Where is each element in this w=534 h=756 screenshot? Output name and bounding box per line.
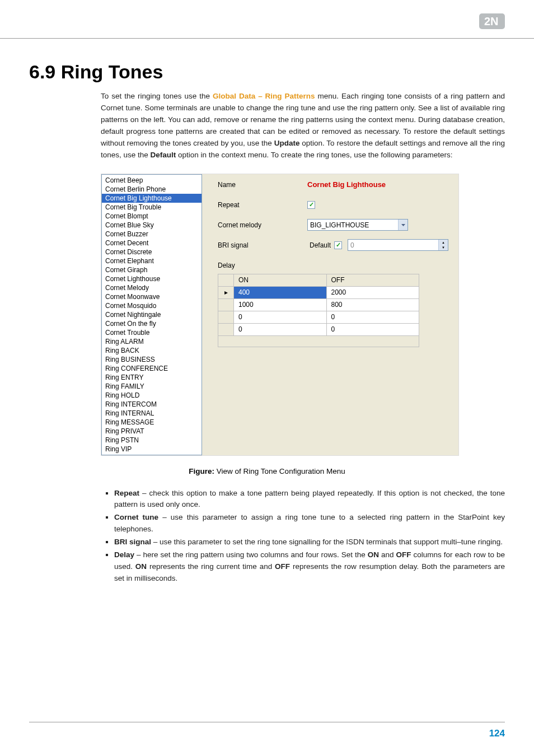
list-item[interactable]: Ring ENTRY [102,373,202,382]
intro-text-4: option in the context menu. To create th… [176,151,452,159]
cell-on[interactable]: 400 [234,286,327,298]
table-row[interactable]: ▸4002000 [218,286,419,298]
list-item[interactable]: Cornet Decent [102,239,202,248]
name-label: Name [218,181,307,189]
bri-signal-value: 0 [348,241,438,249]
list-item[interactable]: Ring INTERCOM [102,400,202,409]
list-item[interactable]: Cornet Berlin Phone [102,185,202,194]
cell-off[interactable]: 0 [326,311,419,323]
list-item[interactable]: Cornet Moonwave [102,292,202,301]
bullet-cornet-bold: Cornet tune [114,513,158,521]
intro-text-1: To set the ringing tones use the [101,92,213,100]
repeat-label: Repeat [218,201,307,209]
list-item[interactable]: Cornet Beep [102,176,202,185]
list-item[interactable]: Cornet Blue Sky [102,221,202,230]
repeat-checkbox[interactable]: ✓ [307,201,315,209]
bullet-repeat-dash: – [139,489,149,497]
list-item[interactable]: Ring BUSINESS [102,355,202,364]
caption-bold: Figure: [189,467,214,475]
cornet-melody-dropdown[interactable]: BIG_LIGHTHOUSE [307,219,408,231]
list-item[interactable]: Ring CONFERENCE [102,364,202,373]
cornet-melody-label: Cornet melody [218,221,307,229]
list-item[interactable]: Ring INTERNAL [102,409,202,418]
list-item[interactable]: Ring PSTN [102,436,202,445]
bullet-cornet-text: use this parameter to assign a ring tone… [114,513,505,533]
intro-highlight: Global Data – Ring Patterns [213,92,315,100]
list-item[interactable]: Cornet Mosquido [102,301,202,310]
delay-col-off: OFF [326,274,419,286]
cell-off[interactable]: 0 [326,323,419,335]
list-item[interactable]: Cornet Big Lighthouse [102,194,202,203]
list-item[interactable]: Cornet On the fly [102,319,202,328]
list-item[interactable]: Cornet Trouble [102,328,202,337]
list-item[interactable]: Ring BACK [102,346,202,355]
list-item[interactable]: Ring HOLD [102,391,202,400]
page-footer: 124 [29,722,505,739]
bullet-delay-t1: here set the ring pattern using two colu… [143,550,368,559]
delay-label: Delay [218,262,307,269]
bullet-delay-off1: OFF [396,550,411,559]
bullet-delay-on2: ON [135,562,147,571]
page-header: 2N [0,0,534,39]
cell-on[interactable]: 0 [234,311,327,323]
ring-pattern-form: Name Cornet Big Lighthouse Repeat ✓ Corn… [202,174,458,455]
bullet-cornet-dash: – [158,513,171,521]
bullet-delay-t2: and [379,550,396,559]
cell-off[interactable]: 800 [326,298,419,311]
list-item[interactable]: Cornet Lighthouse [102,274,202,283]
list-item[interactable]: Ring FAMILY [102,382,202,391]
bullet-delay-t4: represents the ring current time and [147,562,275,571]
row-indicator [218,298,234,311]
bullet-repeat: Repeat – check this option to make a ton… [114,488,505,511]
bri-default-checkbox[interactable]: ✓ [334,241,342,249]
list-item[interactable]: Cornet Buzzer [102,230,202,239]
table-row[interactable]: 00 [218,311,419,323]
list-item[interactable]: Cornet Blompt [102,212,202,221]
ring-pattern-list[interactable]: Cornet BeepCornet Berlin PhoneCornet Big… [101,174,202,455]
cell-on[interactable]: 1000 [234,298,327,311]
bullet-delay-bold: Delay [114,550,134,559]
list-item[interactable]: Cornet Big Trouble [102,203,202,212]
cornet-melody-value: BIG_LIGHTHOUSE [308,221,398,229]
delay-col-on: ON [234,274,327,286]
caption-text: View of Ring Tone Configuration Menu [214,467,345,475]
row-indicator [218,311,234,323]
list-item[interactable]: Cornet Giraph [102,265,202,274]
parameter-list: Repeat – check this option to make a ton… [101,488,505,585]
list-item[interactable]: Ring ALARM [102,337,202,346]
delay-table[interactable]: ON OFF ▸400200010008000000 [218,274,419,347]
bullet-delay-dash: – [134,550,143,559]
bullet-repeat-bold: Repeat [114,489,139,497]
table-row[interactable]: 00 [218,323,419,335]
figure-caption: Figure: View of Ring Tone Configuration … [29,467,505,475]
name-value: Cornet Big Lighthouse [307,180,386,189]
bullet-cornet-tune: Cornet tune – use this parameter to assi… [114,512,505,535]
delay-table-corner [218,274,234,286]
list-item[interactable]: Cornet Nightingale [102,310,202,319]
intro-paragraph: To set the ringing tones use the Global … [101,91,505,161]
list-item[interactable]: Cornet Melody [102,283,202,292]
table-row[interactable]: 1000800 [218,298,419,311]
row-indicator [218,323,234,335]
intro-bold-update: Update [274,139,300,147]
config-screenshot: Cornet BeepCornet Berlin PhoneCornet Big… [101,174,459,456]
list-item[interactable]: Ring MESSAGE [102,418,202,427]
list-item[interactable]: Ring PRIVAT [102,427,202,436]
list-item[interactable]: Cornet Discrete [102,248,202,256]
spinner-down-icon[interactable]: ▼ [438,245,448,251]
table-footer [218,335,419,347]
brand-logo: 2N [479,13,505,31]
svg-marker-2 [401,224,405,226]
bullet-bri-dash: – [151,538,160,546]
bullet-bri-signal: BRI signal – use this parameter to set t… [114,536,505,548]
cell-off[interactable]: 2000 [326,286,419,298]
page-title: 6.9 Ring Tones [29,61,505,83]
spinner-up-icon[interactable]: ▲ [438,240,448,245]
list-item[interactable]: Ring VIP [102,445,202,454]
chevron-down-icon[interactable] [398,220,407,230]
bri-signal-spinner[interactable]: 0 ▲ ▼ [348,239,448,251]
list-item[interactable]: Cornet Elephant [102,256,202,265]
row-indicator: ▸ [218,286,234,298]
page-number: 124 [489,728,505,739]
cell-on[interactable]: 0 [234,323,327,335]
